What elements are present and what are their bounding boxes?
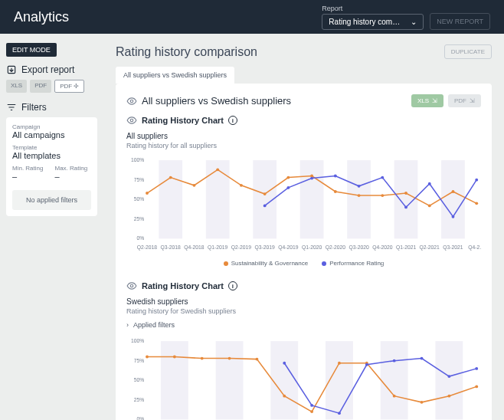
- svg-point-86: [310, 410, 313, 413]
- svg-point-97: [393, 359, 396, 363]
- svg-text:Q2-2018: Q2-2018: [137, 244, 158, 251]
- svg-point-98: [421, 357, 424, 360]
- min-rating-label: Min. Rating: [12, 165, 49, 172]
- svg-text:Q1-2019: Q1-2019: [208, 244, 228, 251]
- svg-rect-57: [216, 341, 244, 419]
- svg-text:0%: 0%: [136, 416, 144, 420]
- chart-2-title: Swedish suppliers: [126, 297, 481, 306]
- filters-title: Filters: [21, 102, 47, 113]
- chevron-down-icon: ⌄: [411, 18, 417, 26]
- svg-point-52: [428, 182, 431, 185]
- svg-text:50%: 50%: [134, 196, 145, 202]
- svg-point-100: [475, 367, 478, 370]
- report-selected-value: Rating history com…: [329, 18, 400, 26]
- svg-point-42: [428, 204, 431, 207]
- svg-point-35: [263, 192, 267, 195]
- chart-1-label: Rating History Chart: [142, 116, 224, 125]
- svg-text:100%: 100%: [131, 157, 144, 162]
- svg-text:75%: 75%: [134, 358, 145, 363]
- svg-point-48: [334, 175, 337, 178]
- svg-text:25%: 25%: [134, 397, 145, 402]
- svg-text:Q1-2020: Q1-2020: [302, 244, 322, 251]
- template-label: Template: [12, 144, 91, 151]
- export-report-title: Export report: [21, 64, 74, 75]
- svg-point-54: [475, 179, 478, 182]
- section-xls-button[interactable]: XLS⇲: [411, 94, 443, 107]
- svg-text:75%: 75%: [134, 177, 145, 182]
- page-title: Rating history comparison: [116, 45, 257, 59]
- svg-point-32: [193, 184, 196, 187]
- edit-mode-badge[interactable]: EDIT MODE: [6, 43, 57, 57]
- svg-point-87: [338, 362, 341, 365]
- report-select[interactable]: Rating history com… ⌄: [322, 14, 424, 30]
- applied-filters-toggle[interactable]: › Applied filters: [126, 321, 481, 329]
- svg-rect-7: [347, 160, 371, 238]
- svg-text:Q3-2018: Q3-2018: [161, 244, 182, 251]
- svg-point-43: [452, 190, 455, 193]
- svg-point-92: [475, 385, 478, 388]
- duplicate-button[interactable]: DUPLICATE: [444, 44, 492, 59]
- svg-point-85: [283, 395, 286, 398]
- svg-point-44: [475, 202, 478, 205]
- chart-2-subtitle: Rating history for Swedish suppliers: [126, 307, 481, 315]
- tab-comparison[interactable]: All suppliers vs Swedish suppliers: [116, 67, 234, 84]
- min-rating-input[interactable]: –: [12, 172, 49, 181]
- svg-text:50%: 50%: [134, 377, 145, 382]
- svg-point-40: [381, 194, 384, 197]
- svg-rect-60: [381, 341, 408, 419]
- section-pdf-button[interactable]: PDF⇲: [448, 94, 481, 107]
- campaign-label: Campaign: [12, 123, 91, 130]
- svg-point-2: [130, 119, 133, 122]
- campaign-select[interactable]: All campaigns: [12, 130, 91, 139]
- new-report-button[interactable]: NEW REPORT: [430, 13, 490, 30]
- svg-point-93: [283, 362, 286, 365]
- svg-point-39: [358, 194, 361, 197]
- svg-point-36: [286, 176, 290, 179]
- svg-rect-58: [270, 341, 298, 419]
- report-label: Report: [322, 5, 424, 12]
- export-xls-button[interactable]: XLS: [6, 80, 27, 93]
- chart-1-title: All suppliers: [126, 132, 481, 140]
- chart-2-label: Rating History Chart: [142, 281, 224, 290]
- svg-point-91: [447, 395, 450, 398]
- svg-point-89: [393, 395, 396, 398]
- svg-point-30: [146, 192, 149, 195]
- svg-point-99: [447, 375, 450, 378]
- svg-point-1: [130, 100, 133, 103]
- chevron-right-icon: ›: [126, 321, 129, 329]
- svg-point-51: [404, 206, 407, 209]
- svg-point-94: [310, 404, 313, 407]
- legend-dot-a: [224, 261, 228, 266]
- svg-point-41: [404, 192, 407, 195]
- svg-point-90: [421, 401, 424, 404]
- chart-1-subtitle: Rating history for all suppliers: [126, 142, 481, 149]
- info-icon[interactable]: i: [228, 116, 237, 125]
- svg-rect-6: [300, 160, 324, 238]
- svg-point-46: [286, 186, 290, 189]
- template-select[interactable]: All templates: [12, 151, 91, 160]
- svg-point-95: [338, 412, 341, 415]
- app-title: Analytics: [14, 9, 69, 25]
- svg-text:Q4-2018: Q4-2018: [184, 244, 205, 251]
- svg-rect-61: [435, 341, 463, 419]
- svg-point-55: [130, 284, 133, 287]
- svg-rect-3: [159, 160, 182, 238]
- export-pdf-button[interactable]: PDF: [30, 80, 51, 93]
- max-rating-label: Max. Rating: [55, 165, 92, 172]
- max-rating-input[interactable]: –: [55, 172, 92, 181]
- svg-text:Q3-2021: Q3-2021: [443, 244, 463, 251]
- svg-text:Q4-2…: Q4-2…: [468, 244, 481, 251]
- svg-text:Q2-2019: Q2-2019: [231, 244, 252, 251]
- no-filters-message: No applied filters: [12, 190, 91, 210]
- svg-point-45: [263, 204, 267, 207]
- svg-point-50: [381, 176, 384, 179]
- svg-text:0%: 0%: [136, 235, 144, 241]
- export-icon: [6, 64, 17, 75]
- chart-2: 0%25%50%75%100%Q4-2018Q1-2019Q2-2019Q3-2…: [126, 335, 481, 420]
- export-pdf-config-button[interactable]: PDF ✢: [54, 80, 84, 93]
- eye-icon: [126, 115, 137, 126]
- eye-icon: [126, 281, 137, 291]
- chart-1-legend: Sustainability & Governance Performance …: [126, 260, 481, 267]
- svg-point-31: [169, 176, 172, 179]
- info-icon[interactable]: i: [228, 281, 237, 290]
